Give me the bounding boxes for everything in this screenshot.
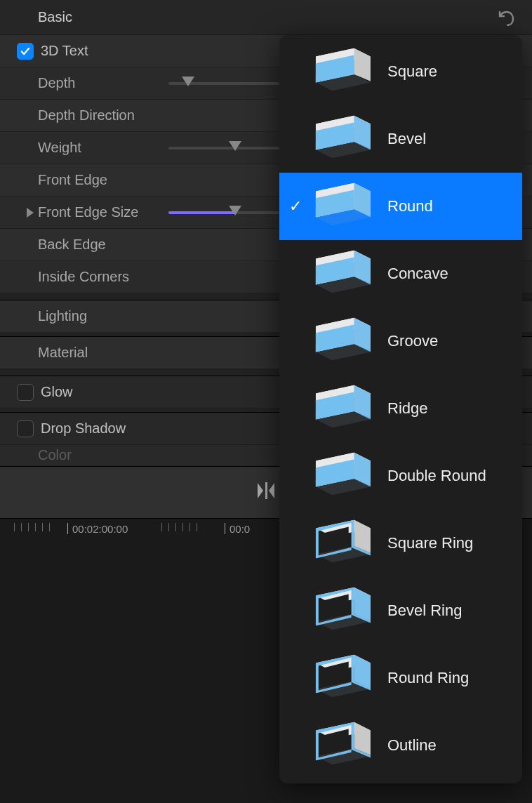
timecode-b: 00:0 [230,523,250,535]
popup-item-concave[interactable]: Concave [279,240,522,307]
disclosure-front-edge-size[interactable] [27,208,34,218]
popup-item-label: Square Ring [387,534,473,552]
label-inside-corners: Inside Corners [17,269,129,285]
edge-preview-icon [306,44,375,99]
popup-item-double-round[interactable]: Double Round [279,442,522,510]
edge-preview-icon [306,246,375,301]
popup-item-label: Ridge [387,399,427,418]
popup-item-label: Groove [387,332,438,350]
check-icon: ✓ [288,197,303,215]
label-3d-text: 3D Text [41,43,88,59]
label-weight: Weight [17,140,81,156]
label-depth-direction: Depth Direction [17,107,135,124]
popup-item-ridge[interactable]: Ridge [279,375,522,442]
label-back-edge: Back Edge [17,237,106,253]
svg-rect-0 [265,482,267,499]
checkbox-glow[interactable] [17,384,34,401]
undo-icon[interactable] [496,9,515,26]
label-drop-shadow: Drop Shadow [41,420,126,437]
edge-preview-icon [306,314,375,369]
edge-preview-icon [306,516,375,571]
checkbox-drop-shadow[interactable] [17,420,34,437]
popup-item-label: Square [387,62,437,81]
checkbox-3d-text[interactable] [17,43,34,60]
basic-title: Basic [38,9,72,25]
popup-item-label: Outline [387,736,437,755]
popup-item-square[interactable]: Square [279,38,522,105]
popup-item-bevel-ring[interactable]: Bevel Ring [279,577,522,644]
popup-item-round[interactable]: ✓ Round [279,173,522,240]
label-lighting: Lighting [17,308,87,324]
label-material: Material [17,345,88,361]
popup-item-groove[interactable]: Groove [279,307,522,375]
popup-item-label: Round Ring [387,669,469,687]
edge-preview-icon [306,718,375,773]
edge-preview-icon [306,449,375,503]
popup-item-label: Bevel [387,130,426,148]
label-front-edge-size: Front Edge Size [17,204,138,220]
label-depth: Depth [17,75,75,91]
edge-preview-icon [306,179,375,234]
label-glow: Glow [41,384,73,400]
popup-item-label: Concave [387,265,448,283]
label-front-edge: Front Edge [17,172,107,188]
popup-item-label: Double Round [387,467,486,485]
popup-item-outline[interactable]: Outline [279,712,522,779]
slider-depth[interactable] [168,82,279,85]
popup-item-label: Round [387,197,433,215]
timecode-a: 00:02:00:00 [72,523,128,535]
label-drop-shadow-color: Color [17,447,72,463]
slider-front-edge-size[interactable] [168,211,279,214]
edge-preview-icon [306,651,375,705]
popup-item-square-ring[interactable]: Square Ring [279,510,522,577]
edge-preview-icon [306,583,375,638]
playhead-align-icon[interactable] [253,480,279,505]
popup-item-bevel[interactable]: Bevel [279,105,522,173]
front-edge-popup[interactable]: Square Bevel✓ Round Concave [279,35,522,783]
basic-section-header: Basic [0,0,532,35]
edge-preview-icon [306,112,375,166]
popup-item-round-ring[interactable]: Round Ring [279,644,522,712]
slider-weight[interactable] [168,147,279,150]
edge-preview-icon [306,381,375,436]
popup-item-label: Bevel Ring [387,602,462,620]
